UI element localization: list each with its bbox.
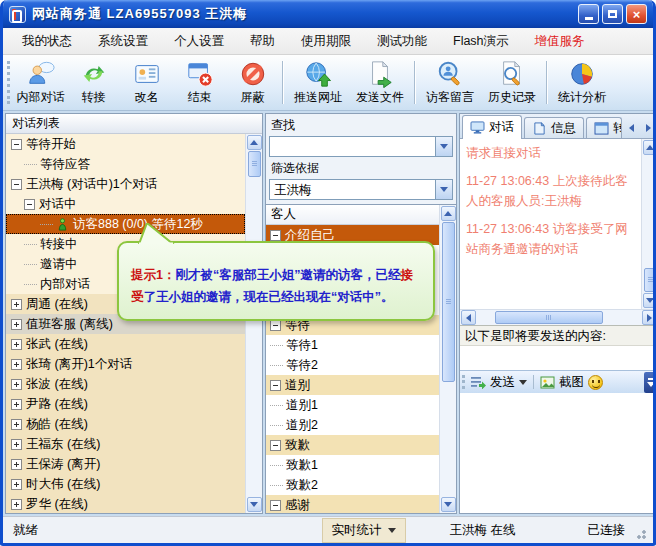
chevron-down-icon[interactable] xyxy=(435,137,452,156)
collapse-icon[interactable] xyxy=(24,199,35,210)
scroll-up-icon[interactable] xyxy=(643,140,656,155)
send-options-icon[interactable] xyxy=(519,380,527,385)
realtime-stats-button[interactable]: 实时统计 xyxy=(322,518,406,543)
middle-scrollbar[interactable] xyxy=(439,205,456,513)
menu-help[interactable]: 帮助 xyxy=(237,29,288,54)
expand-icon[interactable] xyxy=(11,439,22,450)
expand-icon[interactable] xyxy=(11,339,22,350)
screenshot-button[interactable]: 截图 xyxy=(559,374,584,391)
screenshot-icon[interactable] xyxy=(540,376,555,389)
scroll-left-icon[interactable] xyxy=(461,310,476,325)
expand-icon[interactable] xyxy=(11,359,22,370)
left-scrollbar[interactable] xyxy=(245,134,262,513)
menu-usage-period[interactable]: 使用期限 xyxy=(288,29,364,54)
reply-group-apology[interactable]: 致歉 xyxy=(266,435,439,455)
tree-group-agent[interactable]: 杨皓 (在线) xyxy=(6,414,245,434)
transfer-button[interactable]: 转接 xyxy=(67,57,120,108)
close-button[interactable]: × xyxy=(626,4,647,24)
tree-group-agent[interactable]: 王福东 (在线) xyxy=(6,434,245,454)
visitor-message-button[interactable]: 访客留言 xyxy=(419,57,481,108)
scroll-thumb[interactable] xyxy=(644,268,656,292)
message-input[interactable] xyxy=(460,393,656,513)
send-file-button[interactable]: 发送文件 xyxy=(349,57,411,108)
scroll-thumb[interactable] xyxy=(495,311,603,324)
reply-group-farewell[interactable]: 道别 xyxy=(266,375,439,395)
menu-value-added[interactable]: 增值服务 xyxy=(522,29,598,54)
tab-dialog[interactable]: 对话 xyxy=(462,115,522,139)
tab-info[interactable]: 信息 xyxy=(524,117,584,138)
collapse-icon[interactable] xyxy=(270,440,281,451)
tree-group-agent[interactable]: 罗华 (在线) xyxy=(6,494,245,513)
stats-button[interactable]: 统计分析 xyxy=(551,57,613,108)
tree-group-agent[interactable]: 时大伟 (在线) xyxy=(6,474,245,494)
scroll-up-icon[interactable] xyxy=(441,206,456,221)
expand-icon[interactable] xyxy=(11,419,22,430)
resize-grip[interactable] xyxy=(635,528,647,540)
menu-system-settings[interactable]: 系统设置 xyxy=(85,29,161,54)
expand-icon[interactable] xyxy=(11,299,22,310)
block-button[interactable]: 屏蔽 xyxy=(226,57,279,108)
chat-hscrollbar[interactable] xyxy=(460,309,656,325)
menu-test-features[interactable]: 测试功能 xyxy=(364,29,440,54)
reply-item[interactable]: 致歉1 xyxy=(266,455,439,475)
send-button[interactable]: 发送 xyxy=(490,374,515,391)
internal-chat-button[interactable]: 内部对话 xyxy=(14,57,67,108)
tree-group-agent[interactable]: 张波 (在线) xyxy=(6,374,245,394)
reply-item[interactable]: 等待2 xyxy=(266,355,439,375)
expand-icon[interactable] xyxy=(11,479,22,490)
collapse-icon[interactable] xyxy=(270,500,281,511)
reply-item[interactable]: 致歉2 xyxy=(266,475,439,495)
chat-scrollbar[interactable] xyxy=(641,139,656,309)
scroll-right-icon[interactable] xyxy=(642,310,656,325)
tree-group-agent[interactable]: 王保涛 (离开) xyxy=(6,454,245,474)
tab-scroll-left-icon[interactable] xyxy=(624,120,639,135)
scroll-thumb[interactable] xyxy=(248,151,261,177)
expand-icon[interactable] xyxy=(11,399,22,410)
scroll-down-icon[interactable] xyxy=(643,293,656,308)
menu-personal-settings[interactable]: 个人设置 xyxy=(161,29,237,54)
reply-item[interactable]: 道别1 xyxy=(266,395,439,415)
tree-group-agent[interactable]: 张武 (在线) xyxy=(6,334,245,354)
tree-group-agent[interactable]: 张琦 (离开)1个对话 xyxy=(6,354,245,374)
minimize-button[interactable] xyxy=(578,4,599,24)
expand-icon[interactable] xyxy=(11,459,22,470)
scroll-thumb[interactable] xyxy=(442,222,455,382)
emoticon-icon[interactable] xyxy=(588,375,603,390)
filter-combobox[interactable]: 王洪梅 xyxy=(269,179,453,200)
tree-group-agent[interactable]: 尹路 (在线) xyxy=(6,394,245,414)
end-chat-button[interactable]: 结束 xyxy=(173,57,226,108)
collapse-icon[interactable] xyxy=(11,179,22,190)
collapse-icon[interactable] xyxy=(270,230,281,241)
push-url-button[interactable]: 推送网址 xyxy=(287,57,349,108)
filter-value[interactable]: 王洪梅 xyxy=(270,180,435,199)
toolbar-overflow-icon[interactable] xyxy=(644,372,656,393)
tree-group-waiting-start[interactable]: 等待开始 xyxy=(6,134,245,154)
find-value[interactable] xyxy=(270,137,435,156)
collapse-icon[interactable] xyxy=(11,139,22,150)
expand-icon[interactable] xyxy=(11,319,22,330)
reply-item[interactable]: 道别2 xyxy=(266,415,439,435)
pending-content-box[interactable] xyxy=(460,345,656,370)
reply-item[interactable]: 等待1 xyxy=(266,335,439,355)
send-icon[interactable] xyxy=(470,375,486,389)
find-combobox[interactable] xyxy=(269,136,453,157)
tab-scroll-right-icon[interactable] xyxy=(641,120,656,135)
reply-group-thanks[interactable]: 感谢 xyxy=(266,495,439,513)
tree-group-wanghongmei[interactable]: 王洪梅 (对话中)1个对话 xyxy=(6,174,245,194)
chevron-down-icon[interactable] xyxy=(435,180,452,199)
tree-group-in-chat[interactable]: 对话中 xyxy=(6,194,245,214)
tab-transfer[interactable]: 转 xyxy=(586,117,622,138)
collapse-icon[interactable] xyxy=(270,320,281,331)
menu-my-status[interactable]: 我的状态 xyxy=(9,29,85,54)
rename-button[interactable]: 改名 xyxy=(120,57,173,108)
menu-flash-demo[interactable]: Flash演示 xyxy=(440,29,522,54)
tree-item-visitor-888[interactable]: 访客888 (0/0) 等待12秒 xyxy=(6,214,245,234)
expand-icon[interactable] xyxy=(11,379,22,390)
maximize-button[interactable] xyxy=(602,4,623,24)
tree-item-waiting-answer[interactable]: 等待应答 xyxy=(6,154,245,174)
collapse-icon[interactable] xyxy=(270,380,281,391)
history-button[interactable]: 历史记录 xyxy=(481,57,543,108)
scroll-down-icon[interactable] xyxy=(441,497,456,512)
scroll-up-icon[interactable] xyxy=(247,135,262,150)
expand-icon[interactable] xyxy=(11,499,22,510)
